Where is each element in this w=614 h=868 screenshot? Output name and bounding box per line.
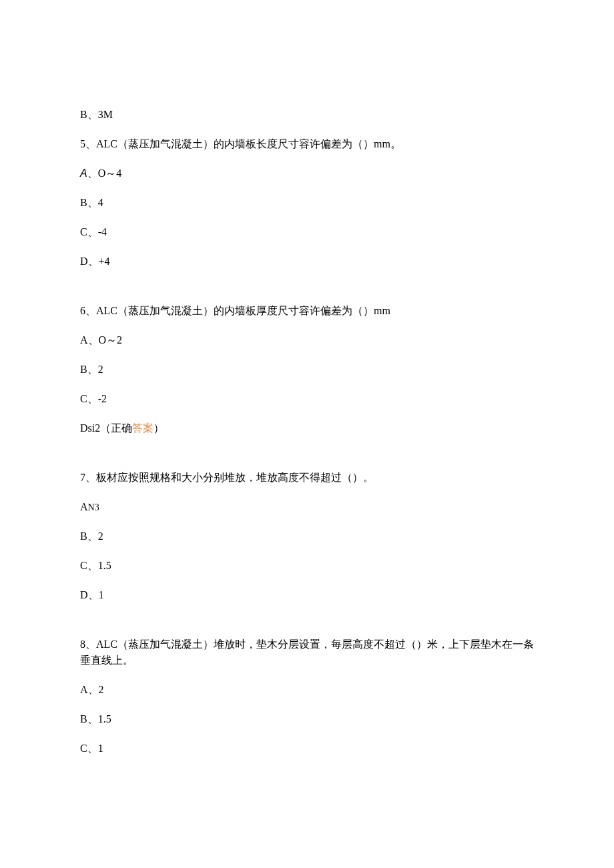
q7-option-a-letter: A bbox=[80, 501, 88, 512]
q6-option-d-prefix: Dsi2 bbox=[80, 422, 100, 434]
q8-option-c: C、1 bbox=[80, 741, 534, 757]
q6-option-d-paren-open: （正确 bbox=[100, 422, 132, 434]
q5-option-b: B、4 bbox=[80, 195, 534, 211]
q6-option-b: B、2 bbox=[80, 362, 534, 378]
q7-option-a-suffix: N3 bbox=[88, 502, 99, 512]
q8-option-b: B、1.5 bbox=[80, 711, 534, 727]
q5-option-a-punct: 、 bbox=[87, 167, 98, 179]
document-page: B、3M 5、ALC（蒸压加气混凝土）的内墙板长度尺寸容许偏差为（）mm。 A、… bbox=[0, 0, 614, 868]
q5-stem: 5、ALC（蒸压加气混凝土）的内墙板长度尺寸容许偏差为（）mm。 bbox=[80, 136, 534, 152]
q8-stem: 8、ALC（蒸压加气混凝土）堆放时，垫木分层设置，每层高度不超过（）米，上下层垫… bbox=[80, 636, 534, 669]
q7-option-a: AN3 bbox=[80, 499, 534, 515]
q5-option-a-letter: A bbox=[80, 167, 87, 179]
q6-option-c: C、-2 bbox=[80, 391, 534, 407]
q6-option-d-paren-close: ） bbox=[154, 422, 164, 434]
q7-option-c: C、1.5 bbox=[80, 558, 534, 574]
q7-stem: 7、板材应按照规格和大小分别堆放，堆放高度不得超过（）。 bbox=[80, 470, 534, 486]
q6-stem: 6、ALC（蒸压加气混凝土）的内墙板厚度尺寸容许偏差为（）mm bbox=[80, 303, 534, 319]
q6-option-a: A、O～2 bbox=[80, 332, 534, 348]
q5-option-d: D、+4 bbox=[80, 254, 534, 270]
q7-option-b: B、2 bbox=[80, 528, 534, 544]
q7-option-d: D、1 bbox=[80, 587, 534, 603]
q5-option-a-value: O～4 bbox=[98, 167, 122, 179]
q6-option-d: Dsi2（正确答案） bbox=[80, 420, 534, 436]
orphan-option-b: B、3M bbox=[80, 107, 534, 123]
q8-option-a: A、2 bbox=[80, 682, 534, 698]
q6-answer-label: 答案 bbox=[132, 422, 154, 434]
q5-option-c: C、-4 bbox=[80, 224, 534, 240]
q5-option-a: A、O～4 bbox=[80, 165, 534, 181]
